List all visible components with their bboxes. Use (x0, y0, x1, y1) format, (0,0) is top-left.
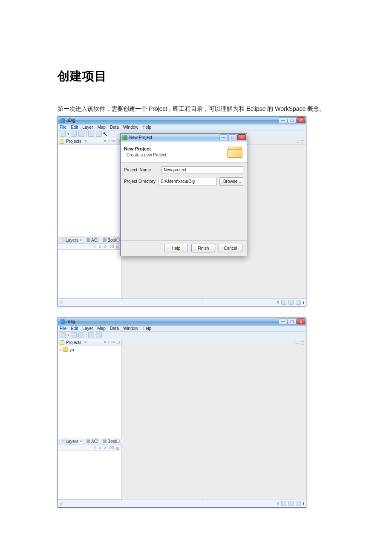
link-icon[interactable]: ⇲ (103, 139, 107, 143)
status-left: ▯° (60, 501, 128, 506)
dialog-maximize-button[interactable]: ▢ (228, 134, 237, 140)
maximize-button[interactable]: ▢ (288, 318, 296, 324)
minimize-button[interactable]: — (279, 318, 287, 324)
print-icon[interactable] (78, 332, 84, 338)
menu-layer[interactable]: Layer (82, 326, 93, 331)
close-view-icon[interactable]: ✕ (84, 340, 87, 344)
dialog-titlebar[interactable]: New Project — ▢ x (121, 134, 247, 142)
link-icon[interactable]: ⇲ (103, 340, 107, 344)
status-icon[interactable]: # (277, 501, 280, 506)
tool-icon[interactable] (96, 332, 102, 338)
action-icon[interactable]: ⌫ (109, 446, 114, 450)
minimize-view-icon[interactable]: ▭ (111, 237, 115, 242)
menu-window[interactable]: Window (123, 125, 138, 130)
aoi-view-tab[interactable]: AOI (85, 237, 100, 243)
status-item-icon[interactable]: ▯° (60, 502, 63, 506)
window-titlebar[interactable]: uDig — ▢ x (58, 117, 306, 124)
editor-canvas[interactable] (122, 346, 306, 500)
tool-icon[interactable] (96, 131, 102, 137)
tree-twisty-icon[interactable]: ▸ (60, 348, 62, 352)
minimize-view-icon[interactable]: ▭ (111, 139, 115, 143)
status-icon[interactable] (296, 300, 301, 305)
maximize-view-icon[interactable]: ▢ (116, 237, 120, 242)
info-icon[interactable]: i (303, 300, 304, 305)
tool-icon[interactable] (88, 131, 94, 137)
cancel-button[interactable]: Cancel (219, 244, 242, 252)
menu-edit[interactable]: Edit (71, 326, 78, 331)
layers-view-tab[interactable]: Layers ✕ (59, 439, 84, 444)
close-button[interactable]: x (297, 117, 305, 123)
minimize-view-icon[interactable]: ▭ (111, 340, 115, 344)
maximize-editor-icon[interactable]: ▢ (300, 340, 304, 345)
minimize-button[interactable]: — (279, 117, 287, 123)
new-icon[interactable] (60, 131, 66, 137)
layers-view-tab[interactable]: Layers ✕ (59, 237, 84, 243)
save-icon[interactable] (71, 131, 77, 137)
status-icon[interactable]: # (277, 300, 280, 305)
status-item-icon[interactable]: ▯° (60, 301, 63, 305)
menu-data[interactable]: Data (110, 125, 119, 130)
maximize-view-icon[interactable]: ▢ (116, 439, 120, 443)
menu-file[interactable]: File (60, 125, 66, 130)
project-directory-input[interactable] (159, 178, 217, 185)
up-icon[interactable]: ⇧ (93, 245, 97, 249)
minimize-editor-icon[interactable]: ▭ (295, 139, 299, 144)
close-view-icon[interactable]: ✕ (84, 139, 87, 143)
maximize-editor-icon[interactable]: ▢ (300, 139, 304, 144)
project-name-input[interactable] (161, 166, 243, 174)
udig-window-2: uDig — ▢ x File Edit Layer Map Data Wind… (58, 318, 306, 508)
info-icon[interactable]: i (303, 501, 304, 506)
save-icon[interactable] (71, 332, 77, 338)
new-icon[interactable] (60, 332, 66, 338)
up-icon[interactable]: ⇧ (93, 446, 97, 450)
status-icon[interactable] (281, 300, 286, 305)
tool-icon[interactable] (88, 332, 94, 338)
browse-button[interactable]: Browse... (219, 177, 243, 186)
toolbar-separator (86, 131, 86, 137)
minimize-view-icon[interactable]: ▭ (111, 439, 115, 443)
action-icon[interactable]: ↺ (104, 245, 107, 249)
projects-view-tab[interactable]: Projects ✕ ⇲ ▿ ▭ ▢ (58, 138, 121, 145)
action-icon[interactable]: ▤ (116, 446, 120, 450)
menu-bar: File Edit Layer Map Data Window Help (58, 124, 306, 130)
menu-edit[interactable]: Edit (71, 125, 78, 130)
down-icon[interactable]: ⇩ (98, 446, 102, 450)
help-button[interactable]: Help (164, 244, 188, 252)
menu-file[interactable]: File (60, 326, 66, 331)
action-icon[interactable]: ⌫ (109, 245, 114, 249)
aoi-view-tab[interactable]: AOI (85, 439, 100, 444)
menu-data[interactable]: Data (110, 326, 119, 331)
close-icon[interactable]: ✕ (79, 238, 82, 242)
status-icon[interactable] (281, 501, 286, 506)
status-icon[interactable] (296, 501, 301, 506)
maximize-view-icon[interactable]: ▢ (116, 139, 120, 143)
menu-map[interactable]: Map (97, 125, 105, 130)
dialog-close-button[interactable]: x (237, 134, 246, 140)
menu-map[interactable]: Map (97, 326, 105, 331)
status-bar: ▯° # i (58, 500, 306, 507)
status-icon[interactable] (288, 300, 294, 305)
menu-triangle-icon[interactable]: ▿ (108, 340, 110, 344)
project-tree-item[interactable]: ▸ yn (60, 347, 119, 352)
minimize-editor-icon[interactable]: ▭ (295, 340, 299, 345)
finish-button[interactable]: Finish (191, 244, 215, 252)
close-button[interactable]: x (297, 318, 305, 324)
dropdown-arrow-icon[interactable]: ▾ (67, 132, 69, 136)
menu-help[interactable]: Help (143, 326, 152, 331)
maximize-view-icon[interactable]: ▢ (116, 340, 120, 344)
window-titlebar[interactable]: uDig — ▢ x (58, 318, 306, 326)
menu-layer[interactable]: Layer (82, 125, 93, 130)
action-icon[interactable]: ↺ (104, 446, 107, 450)
projects-view-tab[interactable]: Projects ✕ ⇲ ▿ ▭ ▢ (58, 339, 121, 346)
action-icon[interactable]: ▤ (116, 245, 120, 249)
status-icon[interactable] (288, 501, 294, 506)
dialog-minimize-button[interactable]: — (219, 134, 228, 140)
dropdown-arrow-icon[interactable]: ▾ (67, 333, 69, 337)
menu-window[interactable]: Window (123, 326, 138, 331)
down-icon[interactable]: ⇩ (98, 245, 102, 249)
print-icon[interactable] (78, 131, 84, 137)
maximize-button[interactable]: ▢ (288, 117, 296, 123)
menu-help[interactable]: Help (143, 125, 152, 130)
close-icon[interactable]: ✕ (79, 439, 82, 443)
menu-triangle-icon[interactable]: ▿ (108, 139, 110, 143)
